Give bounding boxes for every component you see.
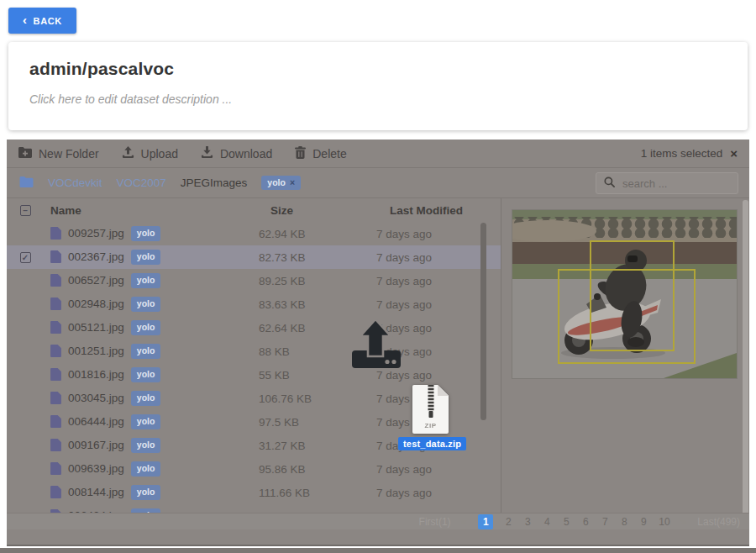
pagination-page-2[interactable]: 2 — [504, 516, 512, 528]
column-header-modified[interactable]: Last Modified — [368, 204, 501, 217]
table-row[interactable]: ✓002948.jpgyolo83.63 KB7 days ago — [7, 292, 501, 316]
format-badge: yolo — [131, 391, 161, 406]
file-name[interactable]: 009167.jpg — [68, 439, 124, 451]
file-icon — [50, 250, 61, 263]
upload-label: Upload — [141, 147, 178, 161]
pagination-page-6[interactable]: 6 — [581, 516, 590, 528]
trash-icon — [295, 146, 306, 161]
table-row[interactable]: ✓009639.jpgyolo95.86 KB7 days ago — [7, 457, 501, 481]
new-folder-button[interactable]: New Folder — [18, 146, 99, 161]
table-row[interactable]: ✓006527.jpgyolo89.25 KB7 days ago — [7, 269, 501, 292]
clear-selection-icon[interactable]: × — [730, 147, 738, 160]
file-name[interactable]: 009639.jpg — [68, 462, 124, 475]
pagination-page-7[interactable]: 7 — [601, 516, 609, 528]
selection-status: 1 items selected × — [641, 147, 738, 160]
preview-pane — [501, 198, 749, 529]
file-size: 82.73 KB — [250, 251, 368, 264]
format-badge: yolo — [131, 344, 161, 359]
file-name[interactable]: 008144.jpg — [68, 486, 124, 498]
breadcrumb-item-vocdevkit[interactable]: VOCdevkit — [48, 176, 102, 189]
file-icon — [50, 274, 61, 287]
column-header-name[interactable]: Name — [44, 204, 250, 217]
table-row[interactable]: ✓001816.jpgyolo55 KB7 days ago — [7, 363, 501, 387]
dataset-description-placeholder[interactable]: Click here to edit dataset description .… — [29, 92, 727, 106]
file-icon — [50, 298, 61, 310]
zip-icon-text: ZIP — [412, 422, 449, 429]
page-fold-corner — [438, 385, 449, 396]
format-badge: yolo — [131, 461, 161, 477]
file-icon — [50, 321, 61, 334]
table-row[interactable]: ✓001251.jpgyolo88 KB7 days ago — [7, 340, 501, 363]
pagination-prev-icon[interactable]: « — [462, 516, 468, 528]
preview-scrollbar-track[interactable] — [743, 200, 748, 526]
file-size: 111.66 KB — [250, 487, 368, 499]
pagination-last[interactable]: Last(499) — [697, 516, 740, 528]
format-badge: yolo — [131, 367, 161, 382]
file-name[interactable]: 002367.jpg — [68, 250, 124, 263]
zipper-strip — [428, 385, 433, 411]
format-badge: yolo — [131, 438, 161, 453]
file-size: 97.5 KB — [250, 416, 368, 429]
file-name[interactable]: 001251.jpg — [68, 345, 124, 357]
breadcrumb: VOCdevkit VOC2007 JPEGImages yolo × — [7, 168, 749, 198]
file-icon — [50, 368, 61, 381]
format-badge: yolo — [131, 250, 161, 265]
file-table: – Name Size Last Modified ✓009257.jpgyol… — [7, 198, 501, 529]
pagination-page-8[interactable]: 8 — [620, 516, 628, 528]
pagination-page-5[interactable]: 5 — [562, 516, 570, 528]
filter-badge: yolo × — [261, 176, 301, 191]
file-size: 106.76 KB — [250, 392, 368, 405]
pagination-bar: First(1) « 12345678910 » Last(499) — [7, 513, 749, 529]
upload-button[interactable]: Upload — [122, 146, 178, 161]
breadcrumb-item-current: JPEGImages — [181, 176, 248, 189]
select-all-checkbox[interactable]: – — [20, 205, 31, 216]
column-header-size[interactable]: Size — [250, 204, 368, 217]
new-folder-icon — [18, 147, 32, 161]
table-row[interactable]: ✓002367.jpgyolo82.73 KB7 days ago — [7, 245, 501, 269]
search-icon — [604, 176, 615, 191]
pagination-first[interactable]: First(1) — [419, 516, 451, 528]
search-input[interactable] — [622, 177, 730, 190]
pagination-next-icon[interactable]: » — [681, 516, 687, 528]
filter-badge-close-icon[interactable]: × — [290, 177, 295, 189]
filter-badge-label: yolo — [267, 177, 286, 189]
search-box[interactable] — [596, 172, 738, 194]
pagination-page-9[interactable]: 9 — [639, 516, 648, 528]
motorcycle-preview-image — [512, 210, 737, 378]
table-row[interactable]: ✓009257.jpgyolo62.94 KB7 days ago — [7, 222, 501, 245]
table-row[interactable]: ✓005121.jpgyolo62.64 KB7 days ago — [7, 316, 501, 340]
pagination-page-1[interactable]: 1 — [478, 514, 493, 529]
breadcrumb-item-voc2007[interactable]: VOC2007 — [117, 176, 166, 189]
back-button[interactable]: ‹ BACK — [8, 8, 76, 34]
file-table-body: ✓009257.jpgyolo62.94 KB7 days ago✓002367… — [7, 222, 501, 528]
folder-icon[interactable] — [19, 176, 34, 191]
file-icon — [50, 227, 61, 240]
annotated-image-preview[interactable] — [512, 210, 737, 378]
format-badge: yolo — [131, 485, 161, 500]
file-name[interactable]: 005121.jpg — [68, 321, 124, 334]
pagination-page-3[interactable]: 3 — [523, 516, 532, 528]
download-label: Download — [220, 147, 272, 161]
table-header-row: – Name Size Last Modified — [7, 198, 501, 222]
format-badge: yolo — [131, 297, 161, 312]
file-icon — [50, 415, 61, 428]
file-name[interactable]: 002948.jpg — [68, 298, 124, 310]
row-checkbox[interactable]: ✓ — [20, 252, 31, 263]
chevron-left-icon: ‹ — [23, 13, 28, 26]
file-name[interactable]: 006527.jpg — [68, 274, 124, 287]
delete-button[interactable]: Delete — [295, 146, 346, 161]
table-scrollbar-thumb[interactable] — [480, 223, 486, 420]
file-icon — [50, 462, 61, 475]
file-name[interactable]: 006444.jpg — [68, 415, 124, 428]
delete-label: Delete — [312, 147, 346, 161]
file-modified: 7 days ago — [368, 487, 501, 499]
file-name[interactable]: 009257.jpg — [68, 227, 124, 240]
download-button[interactable]: Download — [201, 146, 272, 161]
file-name[interactable]: 001816.jpg — [68, 368, 124, 381]
file-size: 89.25 KB — [250, 275, 368, 287]
pagination-page-10[interactable]: 10 — [659, 516, 669, 528]
pagination-page-4[interactable]: 4 — [543, 516, 551, 528]
drop-upload-icon — [349, 317, 403, 371]
table-row[interactable]: ✓008144.jpgyolo111.66 KB7 days ago — [7, 481, 501, 504]
file-name[interactable]: 003045.jpg — [68, 392, 124, 404]
